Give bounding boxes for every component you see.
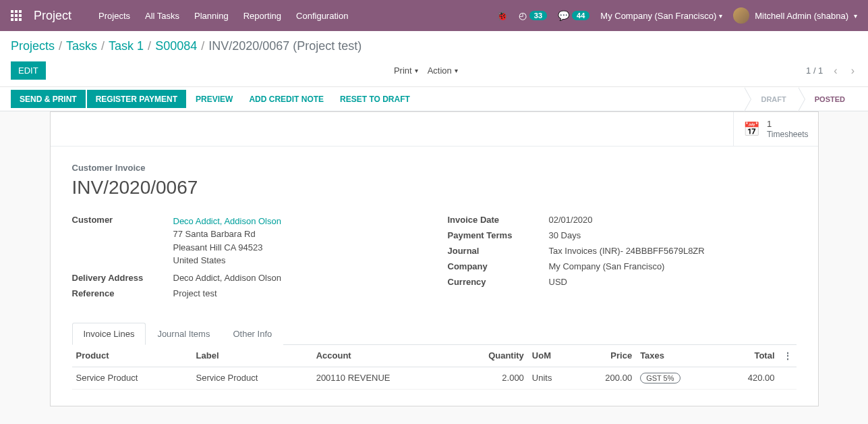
col-taxes: Taxes (636, 345, 718, 367)
company-link[interactable]: My Company (San Francisco) (549, 261, 665, 271)
table-row[interactable]: Service Product Service Product 200110 R… (72, 367, 797, 389)
button-bar: SEND & PRINT REGISTER PAYMENT PREVIEW AD… (0, 87, 868, 111)
caret-down-icon: ▾ (415, 67, 418, 74)
col-price: Price (576, 345, 636, 367)
bug-icon[interactable]: 🐞 (496, 10, 508, 21)
status-posted[interactable]: POSTED (799, 87, 857, 111)
caret-down-icon: ▾ (455, 67, 458, 74)
cell-uom: Units (528, 367, 576, 389)
action-label: Action (428, 65, 452, 76)
activity-count: 33 (529, 11, 547, 20)
company-switcher[interactable]: My Company (San Francisco) ▾ (600, 11, 722, 21)
edit-button[interactable]: EDIT (11, 61, 46, 80)
nav-configuration[interactable]: Configuration (296, 11, 348, 21)
left-column: Customer Deco Addict, Addison Olson 77 S… (72, 215, 421, 304)
preview-button[interactable]: PREVIEW (187, 87, 241, 111)
doc-type-label: Customer Invoice (72, 163, 797, 173)
currency-link[interactable]: USD (549, 277, 567, 287)
invoice-date-label: Invoice Date (448, 215, 549, 225)
invoice-date-value: 02/01/2020 (549, 215, 593, 225)
col-label: Label (192, 345, 312, 367)
customer-label: Customer (72, 215, 173, 225)
col-uom: UoM (528, 345, 576, 367)
reference-label: Reference (72, 288, 173, 298)
action-dropdown[interactable]: Action ▾ (428, 65, 458, 76)
invoice-lines-table: Product Label Account Quantity UoM Price… (72, 345, 797, 390)
calendar-icon: 📅 (743, 121, 760, 137)
register-payment-button[interactable]: REGISTER PAYMENT (87, 90, 186, 108)
journal-link[interactable]: Tax Invoices (INR)- 24BBBFF5679L8ZR (549, 246, 705, 256)
prev-button[interactable]: ‹ (831, 65, 840, 77)
col-account: Account (312, 345, 453, 367)
timesheets-stat-button[interactable]: 📅 1 Timesheets (733, 112, 818, 146)
status-draft[interactable]: DRAFT (745, 87, 798, 111)
cell-product: Service Product (72, 367, 192, 389)
addr-line1: 77 Santa Barbara Rd (173, 228, 281, 241)
nav-all-tasks[interactable]: All Tasks (145, 11, 179, 21)
tab-other-info[interactable]: Other Info (221, 323, 283, 345)
cell-account: 200110 REVENUE (312, 367, 453, 389)
crumb-s00084[interactable]: S00084 (155, 39, 197, 53)
print-dropdown[interactable]: Print ▾ (394, 65, 418, 76)
company-label: Company (448, 261, 549, 271)
control-panel: Projects/ Tasks/ Task 1/ S00084/ INV/202… (0, 31, 868, 87)
addr-line3: United States (173, 254, 281, 267)
nav-reporting[interactable]: Reporting (243, 11, 281, 21)
reference-value: Project test (173, 288, 217, 298)
col-product: Product (72, 345, 192, 367)
customer-link[interactable]: Deco Addict, Addison Olson (173, 215, 281, 228)
top-nav: Project Projects All Tasks Planning Repo… (0, 0, 868, 31)
right-column: Invoice Date 02/01/2020 Payment Terms 30… (448, 215, 797, 304)
tax-badge: GST 5% (640, 373, 680, 383)
col-quantity: Quantity (453, 345, 528, 367)
form-sheet: 📅 1 Timesheets Customer Invoice INV/2020… (50, 111, 819, 406)
user-menu[interactable]: Mitchell Admin (shabna) ▾ (733, 7, 857, 24)
send-print-button[interactable]: SEND & PRINT (11, 90, 86, 108)
tabs: Invoice Lines Journal Items Other Info (72, 323, 797, 345)
clock-icon: ◴ (519, 10, 527, 21)
brand[interactable]: Project (34, 9, 71, 23)
delivery-label: Delivery Address (72, 273, 173, 283)
col-total: Total (719, 345, 779, 367)
payment-terms-link[interactable]: 30 Days (549, 230, 581, 240)
chat-icon: 💬 (558, 10, 569, 21)
cell-total: 420.00 (719, 367, 779, 389)
nav-right: 🐞 ◴ 33 💬 44 My Company (San Francisco) ▾… (496, 7, 857, 24)
currency-label: Currency (448, 277, 549, 287)
stat-label: Timesheets (767, 130, 809, 139)
messages-badge[interactable]: 💬 44 (558, 10, 589, 21)
cell-label: Service Product (192, 367, 312, 389)
user-name: Mitchell Admin (shabna) (755, 11, 848, 21)
company-name: My Company (San Francisco) (600, 11, 716, 21)
doc-title: INV/2020/0067 (72, 177, 797, 198)
tab-invoice-lines[interactable]: Invoice Lines (72, 323, 146, 345)
pager: 1 / 1 (806, 65, 823, 76)
activity-badge[interactable]: ◴ 33 (519, 10, 547, 21)
journal-label: Journal (448, 246, 549, 256)
caret-down-icon: ▾ (719, 12, 722, 20)
addr-line2: Pleasant Hill CA 94523 (173, 241, 281, 255)
apps-icon[interactable] (11, 10, 22, 21)
messages-count: 44 (572, 11, 589, 20)
nav-menu: Projects All Tasks Planning Reporting Co… (98, 11, 496, 21)
caret-down-icon: ▾ (854, 12, 857, 20)
crumb-task1[interactable]: Task 1 (109, 39, 144, 53)
crumb-tasks[interactable]: Tasks (66, 39, 97, 53)
reset-to-draft-button[interactable]: RESET TO DRAFT (332, 87, 418, 111)
kebab-icon[interactable]: ⋮ (783, 350, 792, 361)
cell-price: 200.00 (576, 367, 636, 389)
stat-value: 1 (767, 119, 809, 130)
print-label: Print (394, 65, 412, 76)
next-button[interactable]: › (848, 65, 857, 77)
payment-terms-label: Payment Terms (448, 230, 549, 240)
cell-qty: 2.000 (453, 367, 528, 389)
delivery-link[interactable]: Deco Addict, Addison Olson (173, 273, 281, 283)
nav-planning[interactable]: Planning (194, 11, 229, 21)
tab-journal-items[interactable]: Journal Items (146, 323, 221, 345)
add-credit-note-button[interactable]: ADD CREDIT NOTE (241, 87, 332, 111)
avatar (733, 7, 749, 24)
crumb-projects[interactable]: Projects (11, 39, 55, 53)
nav-projects[interactable]: Projects (98, 11, 130, 21)
status-bar: DRAFT POSTED (745, 87, 857, 111)
crumb-current: INV/2020/0067 (Project test) (208, 39, 361, 53)
